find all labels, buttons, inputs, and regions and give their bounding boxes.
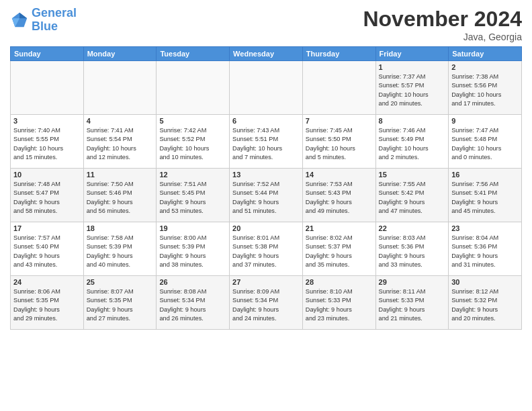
calendar-cell: 19Sunrise: 8:00 AM Sunset: 5:39 PM Dayli… — [157, 222, 230, 276]
day-header: Sunday — [11, 47, 84, 61]
day-header: Friday — [375, 47, 449, 61]
logo-line1: General — [32, 6, 77, 19]
day-info: Sunrise: 7:37 AM Sunset: 5:57 PM Dayligh… — [379, 73, 446, 108]
day-number: 26 — [159, 278, 226, 286]
calendar-cell: 26Sunrise: 8:08 AM Sunset: 5:34 PM Dayli… — [157, 276, 230, 330]
page: General Blue November 2024 Java, Georgia… — [0, 0, 532, 411]
calendar-cell: 25Sunrise: 8:07 AM Sunset: 5:35 PM Dayli… — [83, 276, 157, 330]
day-info: Sunrise: 7:41 AM Sunset: 5:54 PM Dayligh… — [87, 126, 154, 162]
day-number: 29 — [379, 278, 446, 286]
day-number: 7 — [306, 117, 373, 125]
day-info: Sunrise: 8:07 AM Sunset: 5:35 PM Dayligh… — [87, 287, 154, 323]
calendar-cell: 30Sunrise: 8:12 AM Sunset: 5:32 PM Dayli… — [449, 276, 522, 330]
day-number: 30 — [451, 278, 519, 286]
calendar-cell: 13Sunrise: 7:52 AM Sunset: 5:44 PM Dayli… — [230, 169, 303, 222]
calendar-cell: 10Sunrise: 7:48 AM Sunset: 5:47 PM Dayli… — [11, 169, 84, 222]
day-number: 4 — [87, 117, 154, 125]
calendar-week-row: 1Sunrise: 7:37 AM Sunset: 5:57 PM Daylig… — [11, 61, 522, 115]
calendar-cell: 12Sunrise: 7:51 AM Sunset: 5:45 PM Dayli… — [157, 169, 230, 222]
calendar-cell: 3Sunrise: 7:40 AM Sunset: 5:55 PM Daylig… — [11, 115, 84, 169]
calendar-cell: 21Sunrise: 8:02 AM Sunset: 5:37 PM Dayli… — [302, 222, 375, 276]
calendar-cell — [302, 61, 375, 115]
day-info: Sunrise: 7:48 AM Sunset: 5:47 PM Dayligh… — [13, 180, 81, 216]
day-number: 5 — [159, 117, 226, 125]
day-number: 24 — [13, 278, 81, 286]
day-header: Tuesday — [157, 47, 230, 61]
calendar-cell: 24Sunrise: 8:06 AM Sunset: 5:35 PM Dayli… — [11, 276, 84, 330]
day-info: Sunrise: 8:10 AM Sunset: 5:33 PM Dayligh… — [306, 287, 373, 323]
calendar-cell: 22Sunrise: 8:03 AM Sunset: 5:36 PM Dayli… — [375, 222, 449, 276]
day-info: Sunrise: 7:38 AM Sunset: 5:56 PM Dayligh… — [451, 73, 519, 108]
day-number: 25 — [87, 278, 154, 286]
calendar-cell: 15Sunrise: 7:55 AM Sunset: 5:42 PM Dayli… — [375, 169, 449, 222]
day-info: Sunrise: 7:52 AM Sunset: 5:44 PM Dayligh… — [232, 180, 300, 216]
header: General Blue November 2024 Java, Georgia — [10, 7, 522, 42]
calendar-cell: 1Sunrise: 7:37 AM Sunset: 5:57 PM Daylig… — [375, 61, 449, 115]
day-number: 14 — [306, 171, 373, 179]
title-block: November 2024 Java, Georgia — [363, 7, 522, 42]
day-info: Sunrise: 8:00 AM Sunset: 5:39 PM Dayligh… — [159, 234, 226, 269]
day-info: Sunrise: 8:09 AM Sunset: 5:34 PM Dayligh… — [232, 287, 300, 323]
day-info: Sunrise: 8:04 AM Sunset: 5:36 PM Dayligh… — [451, 234, 519, 269]
logo-icon — [10, 11, 29, 30]
day-info: Sunrise: 8:12 AM Sunset: 5:32 PM Dayligh… — [451, 287, 519, 323]
day-info: Sunrise: 7:57 AM Sunset: 5:40 PM Dayligh… — [13, 234, 81, 269]
logo-line2: Blue — [32, 19, 58, 33]
day-number: 8 — [379, 117, 446, 125]
calendar-cell: 7Sunrise: 7:45 AM Sunset: 5:50 PM Daylig… — [302, 115, 375, 169]
calendar-cell: 6Sunrise: 7:43 AM Sunset: 5:51 PM Daylig… — [230, 115, 303, 169]
day-info: Sunrise: 7:43 AM Sunset: 5:51 PM Dayligh… — [232, 126, 300, 162]
day-info: Sunrise: 7:42 AM Sunset: 5:52 PM Dayligh… — [159, 126, 226, 162]
calendar-cell: 16Sunrise: 7:56 AM Sunset: 5:41 PM Dayli… — [449, 169, 522, 222]
location: Java, Georgia — [363, 32, 522, 42]
calendar-cell: 5Sunrise: 7:42 AM Sunset: 5:52 PM Daylig… — [157, 115, 230, 169]
day-number: 6 — [232, 117, 300, 125]
day-info: Sunrise: 7:53 AM Sunset: 5:43 PM Dayligh… — [306, 180, 373, 216]
day-number: 19 — [159, 224, 226, 232]
calendar-cell: 29Sunrise: 8:11 AM Sunset: 5:33 PM Dayli… — [375, 276, 449, 330]
day-info: Sunrise: 8:03 AM Sunset: 5:36 PM Dayligh… — [379, 234, 446, 269]
day-number: 27 — [232, 278, 300, 286]
calendar-cell: 8Sunrise: 7:46 AM Sunset: 5:49 PM Daylig… — [375, 115, 449, 169]
day-number: 21 — [306, 224, 373, 232]
day-number: 20 — [232, 224, 300, 232]
day-info: Sunrise: 8:11 AM Sunset: 5:33 PM Dayligh… — [379, 287, 446, 323]
calendar-cell: 23Sunrise: 8:04 AM Sunset: 5:36 PM Dayli… — [449, 222, 522, 276]
day-number: 2 — [451, 63, 519, 71]
calendar-cell — [11, 61, 84, 115]
calendar-cell: 11Sunrise: 7:50 AM Sunset: 5:46 PM Dayli… — [83, 169, 157, 222]
day-number: 3 — [13, 117, 81, 125]
day-number: 22 — [379, 224, 446, 232]
calendar-cell: 4Sunrise: 7:41 AM Sunset: 5:54 PM Daylig… — [83, 115, 157, 169]
calendar-header-row: SundayMondayTuesdayWednesdayThursdayFrid… — [11, 47, 522, 61]
day-number: 13 — [232, 171, 300, 179]
month-title: November 2024 — [363, 7, 522, 32]
day-info: Sunrise: 8:01 AM Sunset: 5:38 PM Dayligh… — [232, 234, 300, 269]
day-header: Saturday — [449, 47, 522, 61]
day-number: 12 — [159, 171, 226, 179]
calendar-cell — [230, 61, 303, 115]
calendar-cell: 14Sunrise: 7:53 AM Sunset: 5:43 PM Dayli… — [302, 169, 375, 222]
calendar-cell: 9Sunrise: 7:47 AM Sunset: 5:48 PM Daylig… — [449, 115, 522, 169]
day-header: Monday — [83, 47, 157, 61]
day-info: Sunrise: 7:46 AM Sunset: 5:49 PM Dayligh… — [379, 126, 446, 162]
day-number: 17 — [13, 224, 81, 232]
day-info: Sunrise: 7:56 AM Sunset: 5:41 PM Dayligh… — [451, 180, 519, 216]
day-number: 18 — [87, 224, 154, 232]
calendar-cell: 20Sunrise: 8:01 AM Sunset: 5:38 PM Dayli… — [230, 222, 303, 276]
calendar-cell: 28Sunrise: 8:10 AM Sunset: 5:33 PM Dayli… — [302, 276, 375, 330]
svg-marker-1 — [19, 13, 27, 18]
day-number: 23 — [451, 224, 519, 232]
day-number: 10 — [13, 171, 81, 179]
calendar-cell: 2Sunrise: 7:38 AM Sunset: 5:56 PM Daylig… — [449, 61, 522, 115]
calendar-week-row: 10Sunrise: 7:48 AM Sunset: 5:47 PM Dayli… — [11, 169, 522, 222]
calendar-cell: 18Sunrise: 7:58 AM Sunset: 5:39 PM Dayli… — [83, 222, 157, 276]
logo-text: General Blue — [32, 7, 77, 34]
calendar-week-row: 24Sunrise: 8:06 AM Sunset: 5:35 PM Dayli… — [11, 276, 522, 330]
calendar: SundayMondayTuesdayWednesdayThursdayFrid… — [10, 46, 522, 330]
day-number: 11 — [87, 171, 154, 179]
day-info: Sunrise: 7:40 AM Sunset: 5:55 PM Dayligh… — [13, 126, 81, 162]
calendar-cell: 17Sunrise: 7:57 AM Sunset: 5:40 PM Dayli… — [11, 222, 84, 276]
day-info: Sunrise: 8:06 AM Sunset: 5:35 PM Dayligh… — [13, 287, 81, 323]
day-number: 1 — [379, 63, 446, 71]
